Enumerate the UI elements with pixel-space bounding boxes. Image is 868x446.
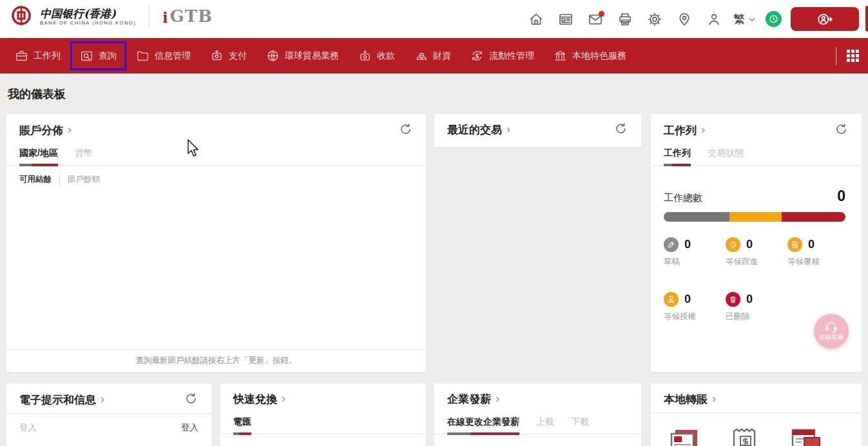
account-distribution-card: 賬戶分佈 › 國家/地區 貨幣 可用結餘 賬戶餘額 查詢最新賬戶結餘請按右上方「…: [6, 114, 426, 372]
stat-count: 0: [808, 238, 815, 251]
tab-country-region[interactable]: 國家/地區: [19, 144, 58, 165]
stat-label: 等候跟進: [726, 257, 787, 267]
bank-icon: [554, 49, 567, 63]
nav-item-collections[interactable]: 收款: [349, 41, 405, 70]
tab-label: 交易狀態: [708, 148, 744, 158]
chevron-right-icon: ›: [506, 122, 510, 136]
globe-icon: [266, 49, 280, 63]
stat-pending-review[interactable]: 0 等候覆核: [787, 237, 845, 267]
printer-icon[interactable]: [615, 9, 635, 30]
tab-label: 國家/地區: [19, 148, 58, 158]
payment-icon: [210, 49, 224, 63]
language-label: 繁: [733, 12, 745, 27]
chevron-right-icon: ›: [68, 123, 72, 137]
balance-legend: 可用結餘 賬戶餘額: [6, 166, 426, 193]
language-selector[interactable]: 繁: [733, 12, 757, 27]
tab-tasklist[interactable]: 工作列: [664, 144, 691, 165]
receipt-icon[interactable]: [729, 427, 762, 446]
liquidity-icon: [470, 49, 484, 63]
tab-online-change-payroll[interactable]: 在線更改企業發薪: [447, 412, 519, 434]
refresh-button[interactable]: [614, 122, 630, 137]
nav-label: 本地特色服務: [572, 50, 626, 62]
tab-transaction-status[interactable]: 交易狀態: [708, 144, 744, 165]
stat-deleted[interactable]: 0 已刪除: [726, 292, 787, 322]
total-tasks-label: 工作總數: [664, 192, 702, 204]
workspace-icon[interactable]: [555, 9, 576, 30]
header-actions: 繁: [526, 0, 868, 38]
chevron-right-icon: ›: [282, 392, 285, 405]
refresh-button[interactable]: [184, 392, 200, 407]
bank-name: 中国银行(香港) BANK OF CHINA (HONG KONG): [40, 8, 136, 26]
stat-count: 0: [684, 293, 691, 306]
mail-icon[interactable]: [585, 9, 606, 30]
tasklist-title[interactable]: 工作列 ›: [664, 123, 705, 138]
card-title-text: 工作列: [664, 123, 697, 138]
logout-button[interactable]: [791, 7, 859, 31]
refresh-button[interactable]: [834, 122, 850, 138]
stat-count: 0: [746, 238, 753, 251]
stat-count: 0: [746, 293, 753, 306]
page-title: 我的儀表板: [8, 86, 66, 102]
local-transfer-title[interactable]: 本地轉賬 ›: [664, 392, 716, 407]
nav-item-payments[interactable]: 支付: [200, 41, 256, 70]
documents-stack-icon[interactable]: [669, 427, 701, 446]
legend-available-balance[interactable]: 可用結餘: [19, 174, 52, 185]
browser-windows-icon[interactable]: [790, 427, 822, 446]
nav-item-treasury[interactable]: 財資: [405, 41, 461, 70]
total-tasks-value: 0: [837, 188, 845, 205]
progress-segment-deleted: [782, 212, 845, 222]
tab-download[interactable]: 下載: [571, 412, 589, 434]
tab-label: 貨幣: [75, 148, 93, 158]
nav-item-global-trade[interactable]: 環球貿易業務: [256, 41, 349, 70]
refresh-button[interactable]: [399, 122, 414, 138]
settings-gear-icon[interactable]: [644, 9, 665, 30]
main-nav: 工作列 查詢 信息管理 支付 環球貿易業務 收款 財資 流動性管理 本地特色服務: [0, 38, 868, 73]
legend-account-balance[interactable]: 賬戶餘額: [68, 174, 100, 185]
nav-item-enquiry[interactable]: 查詢: [70, 41, 126, 70]
trash-icon: [726, 292, 740, 307]
location-pin-icon[interactable]: [674, 9, 695, 30]
progress-segment-pending: [729, 212, 782, 222]
profile-icon[interactable]: [704, 9, 724, 30]
nav-item-local-services[interactable]: 本地特色服務: [544, 41, 636, 70]
top-header: 中国银行(香港) BANK OF CHINA (HONG KONG) i GTB: [0, 0, 868, 38]
search-folder-icon: [80, 49, 93, 63]
document-review-icon: [787, 237, 802, 252]
stat-pending-followup[interactable]: 0 等候跟進: [726, 237, 787, 267]
tab-telegraphic-transfer[interactable]: 電匯: [233, 412, 251, 434]
nav-item-liquidity[interactable]: 流動性管理: [461, 41, 544, 70]
online-support-button[interactable]: 在線客服: [814, 314, 849, 349]
tab-upload[interactable]: 上載: [536, 412, 554, 434]
stamp-icon: [664, 292, 679, 307]
tasklist-tabs: 工作列 交易狀態: [651, 144, 862, 166]
stat-draft[interactable]: 0 草稿: [664, 237, 726, 267]
quick-fx-title[interactable]: 快速兌換 ›: [233, 392, 285, 407]
nav-item-tasklist[interactable]: 工作列: [5, 41, 70, 70]
briefcase-icon: [15, 49, 28, 63]
e-alerts-title[interactable]: 電子提示和信息 ›: [19, 393, 104, 407]
progress-segment-draft: [664, 212, 729, 222]
recent-transactions-title[interactable]: 最近的交易 ›: [447, 122, 510, 137]
nav-label: 信息管理: [155, 50, 191, 62]
nav-label: 查詢: [99, 50, 117, 62]
card-title-text: 快速兌換: [233, 392, 277, 407]
nav-divider: [836, 47, 836, 65]
card-title-text: 賬戶分佈: [19, 123, 63, 138]
login-link[interactable]: 登入: [181, 422, 198, 434]
login-column-label: 登入: [19, 422, 37, 434]
stat-pending-authorisation[interactable]: 0 等候授權: [664, 292, 726, 322]
account-distribution-title[interactable]: 賬戶分佈 ›: [19, 123, 72, 138]
clock-icon: [726, 237, 740, 252]
home-icon[interactable]: [526, 9, 546, 30]
gold-bars-icon: [414, 49, 428, 63]
payroll-title[interactable]: 企業發薪 ›: [447, 392, 499, 407]
card-title-text: 企業發薪: [447, 392, 491, 407]
mail-notification-dot: [599, 11, 604, 17]
nav-item-information[interactable]: 信息管理: [126, 41, 200, 70]
card-title-text: 本地轉賬: [664, 392, 708, 407]
logout-icon: [816, 11, 833, 28]
apps-grid-icon[interactable]: [847, 50, 859, 62]
tab-currency[interactable]: 貨幣: [75, 144, 93, 165]
stat-count: 0: [684, 238, 691, 251]
session-timer-avatar[interactable]: [766, 11, 782, 27]
